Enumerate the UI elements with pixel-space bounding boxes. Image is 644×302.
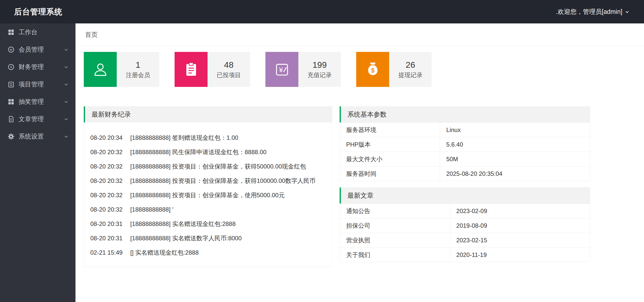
content: 1 注册会员 48 已投项目 <box>75 46 644 267</box>
record-text: [18888888888] 投资项目：创业保障基金，获得50000.00现金红包 <box>130 163 306 170</box>
record-text: [18888888888] 投资项目：创业保障基金，使用5000.00元 <box>130 192 285 198</box>
param-key: 服务器环境 <box>340 123 440 137</box>
stat-value: 48 <box>224 60 234 70</box>
finance-record: 08-20 20:34 [18888888888] 签到赠送现金红包：1.00 <box>90 130 332 145</box>
finance-panel-header: 最新财务纪录 <box>84 106 332 122</box>
stat-label: 充值记录 <box>308 71 332 79</box>
clipboard-icon <box>175 52 208 87</box>
param-value: 2025-08-20 20:35:04 <box>440 166 590 181</box>
stat-label: 提现记录 <box>398 71 423 79</box>
sidebar-item-finance[interactable]: ¥ 财务管理 <box>0 58 75 76</box>
stat-card-projects: 48 已投项目 <box>175 52 250 87</box>
recharge-icon: ¥ <box>265 52 298 87</box>
table-row: 担保公司 2019-08-09 <box>340 218 590 233</box>
article-date: 2023-02-15 <box>450 233 590 248</box>
stat-card-info: 48 已投项目 <box>208 52 250 87</box>
sidebar-item-label: 工作台 <box>19 28 69 36</box>
article-date: 2019-08-09 <box>450 218 590 233</box>
sidebar-item-projects[interactable]: 项目管理 <box>0 76 75 93</box>
panel-title: 系统基本参数 <box>347 110 387 119</box>
welcome-text: .欢迎您，管理员[admin] <box>556 8 622 16</box>
stat-card-members: 1 注册会员 <box>84 52 159 87</box>
sidebar-item-lottery[interactable]: 抽奖管理 <box>0 93 75 110</box>
article-title: 担保公司 <box>340 218 450 233</box>
breadcrumb: 首页 <box>75 23 644 46</box>
sidebar-item-label: 会员管理 <box>19 45 63 54</box>
param-key: 服务器时间 <box>340 166 440 181</box>
sidebar-item-label: 项目管理 <box>19 80 63 88</box>
breadcrumb-home-link[interactable]: 首页 <box>85 30 98 39</box>
moneybag-icon: $ <box>356 52 389 87</box>
svg-text:¥: ¥ <box>279 66 283 74</box>
finance-icon: ¥ <box>8 63 15 71</box>
topbar: 后台管理系统 .欢迎您，管理员[admin] <box>0 0 644 23</box>
articles-panel-header: 最新文章 <box>340 187 590 204</box>
finance-record: 08-20 20:32 [18888888888] ' <box>90 202 332 217</box>
stat-value: 26 <box>406 60 415 70</box>
chevron-down-icon <box>63 64 69 70</box>
articles-panel: 最新文章 通知公告 2023-02-09 担保公司 2019-08-09 <box>340 187 590 262</box>
stat-label: 已投项目 <box>217 71 241 79</box>
chevron-down-icon <box>63 116 69 122</box>
stat-card-info: 26 提现记录 <box>389 52 432 87</box>
sidebar-item-articles[interactable]: 文章管理 <box>0 110 75 128</box>
param-value: Linux <box>440 123 590 137</box>
chevron-down-icon <box>63 82 69 87</box>
record-time: 08-20 20:32 <box>90 202 129 217</box>
main-area: 首页 1 注册会员 <box>75 23 644 302</box>
sidebar: 工作台 会员管理 ¥ 财务管理 项目管理 抽奖管理 <box>0 23 75 302</box>
param-key: 最大文件大小 <box>340 152 440 166</box>
right-column: 系统基本参数 服务器环境 Linux PHP版本 5.6.40 <box>340 106 590 262</box>
stat-card-recharges: ¥ 199 充值记录 <box>265 52 341 87</box>
table-row: 最大文件大小 50M <box>340 152 590 166</box>
finance-record: 08-20 20:31 [18888888888] 实名赠送现金红包:2888 <box>90 217 332 231</box>
sidebar-item-label: 财务管理 <box>19 63 63 71</box>
gear-icon <box>8 133 15 140</box>
table-row: 服务器环境 Linux <box>340 123 590 137</box>
record-time: 02-21 15:49 <box>90 245 129 260</box>
record-time: 08-20 20:31 <box>90 217 129 231</box>
sidebar-item-settings[interactable]: 系统设置 <box>0 128 75 145</box>
record-text: [18888888888] 民生保障申请送现金红包：8888.00 <box>130 149 267 155</box>
system-panel-header: 系统基本参数 <box>340 106 590 122</box>
table-row: 关于我们 2020-11-19 <box>340 248 590 262</box>
sidebar-item-label: 系统设置 <box>19 132 63 141</box>
param-key: PHP版本 <box>340 137 440 152</box>
chevron-down-icon <box>63 99 69 105</box>
lottery-icon <box>8 98 15 105</box>
app-title: 后台管理系统 <box>14 7 62 17</box>
articles-table: 通知公告 2023-02-09 担保公司 2019-08-09 营业执照 202… <box>340 204 590 262</box>
stat-card-info: 199 充值记录 <box>298 52 341 87</box>
article-title: 关于我们 <box>340 248 450 262</box>
stat-card-info: 1 注册会员 <box>117 52 159 87</box>
record-text: [18888888888] 签到赠送现金红包：1.00 <box>130 134 238 141</box>
grid-icon <box>8 29 15 36</box>
record-text: [] 实名赠送现金红包:2888 <box>130 249 199 256</box>
table-row: 通知公告 2023-02-09 <box>340 204 590 218</box>
record-time: 08-20 20:34 <box>90 130 129 145</box>
chevron-down-icon <box>63 134 69 139</box>
user-icon <box>84 52 117 87</box>
article-title: 营业执照 <box>340 233 450 248</box>
sidebar-item-members[interactable]: 会员管理 <box>0 41 75 58</box>
sidebar-item-workbench[interactable]: 工作台 <box>0 23 75 41</box>
record-text: [18888888888] ' <box>130 206 173 213</box>
stat-value: 1 <box>136 60 140 70</box>
svg-text:¥: ¥ <box>10 65 12 69</box>
record-time: 08-20 20:32 <box>90 174 129 188</box>
finance-record: 08-20 20:32 [18888888888] 投资项目：创业保障基金，使用… <box>90 188 332 202</box>
user-menu[interactable]: .欢迎您，管理员[admin] <box>556 8 630 16</box>
project-icon <box>8 81 15 88</box>
finance-records: 08-20 20:34 [18888888888] 签到赠送现金红包：1.00 … <box>84 122 332 267</box>
record-time: 08-20 20:32 <box>90 188 129 202</box>
record-time: 08-20 20:32 <box>90 159 129 174</box>
sidebar-item-label: 文章管理 <box>19 115 63 123</box>
stat-cards: 1 注册会员 48 已投项目 <box>84 52 644 87</box>
stat-label: 注册会员 <box>126 71 150 79</box>
finance-record: 08-20 20:32 [18888888888] 民生保障申请送现金红包：88… <box>90 145 332 159</box>
system-params-table: 服务器环境 Linux PHP版本 5.6.40 最大文件大小 50M <box>340 122 590 181</box>
stat-card-withdrawals: $ 26 提现记录 <box>356 52 432 87</box>
article-date: 2023-02-09 <box>450 204 590 218</box>
system-panel: 系统基本参数 服务器环境 Linux PHP版本 5.6.40 <box>340 106 590 181</box>
record-time: 08-20 20:32 <box>90 145 129 159</box>
